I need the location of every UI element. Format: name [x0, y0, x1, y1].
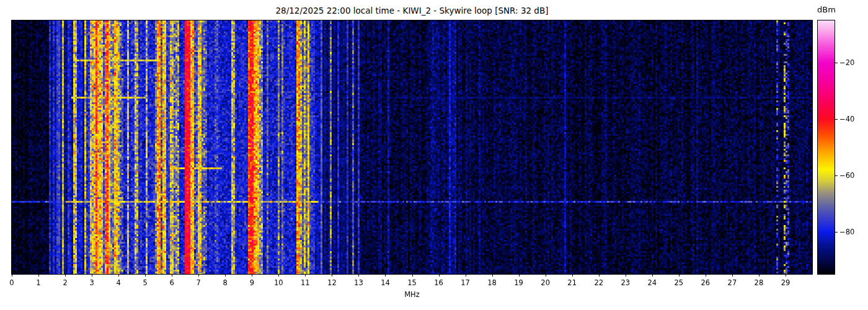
x-tick-label: 5 — [143, 278, 147, 287]
x-tick-label: 9 — [250, 278, 254, 287]
x-tick-label: 11 — [301, 278, 310, 287]
x-tick-label: 27 — [728, 278, 737, 287]
spectrogram-page: 28/12/2025 22:00 local time - KIWI_2 - S… — [0, 0, 868, 310]
x-tick-label: 0 — [9, 278, 14, 287]
colorbar-canvas — [818, 20, 835, 274]
x-tick-label: 6 — [170, 278, 174, 287]
colorbar-tick-label: −40 — [839, 115, 854, 123]
colorbar — [817, 20, 835, 275]
x-tick-label: 14 — [381, 278, 390, 287]
x-tick-label: 26 — [701, 278, 711, 287]
spectrogram-canvas — [12, 20, 812, 274]
x-tick-label: 23 — [621, 278, 630, 287]
x-tick-label: 29 — [781, 278, 790, 287]
x-tick-label: 16 — [434, 278, 443, 287]
x-tick-label: 20 — [541, 278, 550, 287]
x-tick-label: 12 — [327, 278, 337, 287]
colorbar-tick-label: −80 — [839, 228, 854, 236]
spectrogram-plot — [11, 20, 813, 275]
x-tick-label: 1 — [36, 278, 40, 287]
x-tick-label: 24 — [647, 278, 657, 287]
x-tick-label: 13 — [354, 278, 363, 287]
x-tick-label: 3 — [89, 278, 94, 287]
x-tick-label: 2 — [63, 278, 67, 287]
colorbar-tick-label: −60 — [839, 171, 854, 180]
chart-title: 28/12/2025 22:00 local time - KIWI_2 - S… — [12, 6, 812, 16]
colorbar-tick-label: −20 — [839, 58, 854, 67]
x-tick-label: 17 — [461, 278, 470, 287]
x-axis-label: MHz — [12, 290, 812, 299]
colorbar-tick-mark — [835, 63, 838, 63]
x-tick-label: 15 — [407, 278, 417, 287]
x-tick-label: 28 — [755, 278, 764, 287]
x-tick-label: 7 — [197, 278, 201, 287]
colorbar-label: dBm — [812, 5, 841, 14]
x-tick-label: 10 — [274, 278, 283, 287]
x-tick-label: 18 — [487, 278, 497, 287]
colorbar-tick-mark — [835, 175, 838, 176]
colorbar-tick-mark — [835, 232, 838, 232]
x-tick-label: 25 — [675, 278, 684, 287]
x-tick-label: 8 — [223, 278, 228, 287]
colorbar-tick-mark — [835, 119, 838, 120]
x-tick-label: 19 — [514, 278, 523, 287]
x-tick-label: 4 — [116, 278, 120, 287]
x-tick-label: 22 — [594, 278, 603, 287]
x-tick-label: 21 — [567, 278, 577, 287]
